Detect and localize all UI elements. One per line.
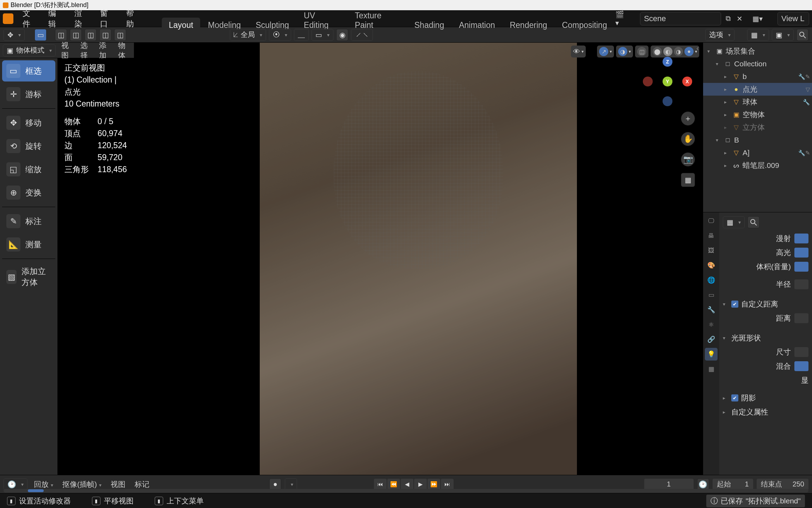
- outliner-item-b[interactable]: ▸▽b🔧✎: [703, 70, 812, 83]
- ptab-constraint[interactable]: 🔗: [705, 333, 718, 346]
- outliner-item-A][interactable]: ▸▽A]🔧✎: [703, 146, 812, 159]
- menu-edit[interactable]: 编辑: [43, 7, 69, 31]
- autokey-mode[interactable]: [285, 478, 297, 490]
- autokey-toggle[interactable]: ●: [269, 478, 281, 490]
- distance-value[interactable]: [794, 313, 808, 323]
- snap-dropdown[interactable]: ▭: [312, 29, 333, 41]
- select-mode-tweak[interactable]: ▭: [35, 29, 47, 41]
- select-mode-box[interactable]: ◫: [55, 29, 67, 41]
- vp-menu-add[interactable]: 添加: [96, 40, 112, 61]
- outliner-item-立方体[interactable]: ▸▽立方体: [703, 121, 812, 134]
- workspace-tab-layout[interactable]: Layout: [162, 18, 200, 33]
- menu-render[interactable]: 渲染: [69, 7, 95, 31]
- options-dropdown[interactable]: 选项: [705, 29, 734, 41]
- prop-edit-toggle[interactable]: ◉: [336, 29, 348, 41]
- gizmo-toggle[interactable]: ↗▾: [597, 46, 614, 58]
- blend-value[interactable]: [794, 361, 808, 371]
- outliner-item-蜡笔层.009[interactable]: ▸ᔕ蜡笔层.009: [703, 159, 812, 172]
- gizmo-neg-x[interactable]: [643, 77, 653, 86]
- viewlayer-field[interactable]: View L: [777, 12, 809, 25]
- outliner-item-B[interactable]: ▾□B: [703, 134, 812, 146]
- workspace-tab-compositing[interactable]: Compositing: [555, 18, 614, 33]
- tool-scale[interactable]: ◱缩放: [2, 159, 55, 180]
- ptab-data-light[interactable]: 💡: [705, 348, 718, 361]
- menu-help[interactable]: 帮助: [121, 7, 147, 31]
- volume-value[interactable]: [794, 262, 808, 272]
- mode-selector[interactable]: ▣ 物体模式: [3, 44, 56, 56]
- vp-menu-view[interactable]: 视图: [58, 40, 75, 61]
- prop-edit-curve[interactable]: ⟋⟍: [351, 29, 373, 41]
- zoom-icon[interactable]: ＋: [681, 111, 695, 126]
- blender-logo[interactable]: [3, 13, 13, 24]
- tool-add-cube[interactable]: ▧添加立方体: [2, 262, 55, 291]
- xray-toggle[interactable]: ◫: [635, 46, 648, 58]
- start-frame[interactable]: 起始1: [713, 479, 753, 490]
- editor-type-dropdown[interactable]: ▦: [747, 29, 769, 41]
- tool-rotate[interactable]: ⟲旋转: [2, 135, 55, 157]
- outliner-search[interactable]: [796, 29, 808, 41]
- select-mode-sub[interactable]: ◫: [85, 29, 97, 41]
- object-visibility-dropdown[interactable]: 👁▾: [571, 46, 586, 58]
- pivot-dropdown[interactable]: ⦿: [269, 29, 291, 41]
- new-scene-icon[interactable]: ⧉: [723, 14, 733, 24]
- ptab-modifier[interactable]: 🔧: [705, 303, 718, 316]
- timeline-panel[interactable]: 🕑 回放 抠像(插帧) 视图 标记 ● ⏮ ⏪ ◀ ▶ ⏩ ⏭ 1 🕑 起始1 …: [0, 475, 812, 493]
- radius-value[interactable]: [794, 279, 808, 289]
- outliner-panel[interactable]: ▾ ▣ 场景集合 ▾□Collection▸▽b🔧✎▸●点光▽▸▽球体🔧▸▣空物…: [703, 43, 812, 212]
- menu-file[interactable]: 文件: [18, 7, 43, 31]
- gizmo-y-axis[interactable]: Y: [663, 77, 672, 86]
- gizmo-x-axis[interactable]: X: [682, 77, 692, 86]
- size-value[interactable]: [794, 347, 808, 357]
- tool-box-select[interactable]: ▭框选: [2, 60, 55, 81]
- ptab-output[interactable]: 🖶: [705, 229, 718, 242]
- keyframe-next[interactable]: ⏩: [427, 479, 440, 490]
- keyframe-prev[interactable]: ⏪: [387, 479, 400, 490]
- select-mode-intersect[interactable]: ◫: [114, 29, 126, 41]
- ptab-render[interactable]: 🖵: [705, 214, 718, 227]
- diffuse-value[interactable]: [794, 234, 808, 243]
- display-mode-dropdown[interactable]: ▣: [772, 29, 794, 41]
- timeline-editor-type[interactable]: 🕑: [4, 478, 27, 490]
- viewlayer-browser-icon[interactable]: ▦▾: [753, 14, 763, 24]
- sect-custom-dist[interactable]: ▾✔自定义距离: [723, 297, 808, 311]
- select-mode-diff[interactable]: ◫: [99, 29, 111, 41]
- workspace-tab-shading[interactable]: Shading: [407, 18, 451, 33]
- vp-menu-select[interactable]: 选择: [77, 40, 94, 61]
- n-panel-toggle[interactable]: ‹: [696, 44, 701, 55]
- sect-shadow[interactable]: ▸✔阴影: [723, 391, 808, 405]
- snap-toggle[interactable]: ⸏: [294, 29, 309, 41]
- workspace-tab-animation[interactable]: Animation: [452, 18, 502, 33]
- nav-gizmo[interactable]: Z X Y: [646, 60, 689, 103]
- ptab-world[interactable]: 🌐: [705, 274, 718, 286]
- play-forward[interactable]: ▶: [414, 479, 427, 490]
- outliner-item-点光[interactable]: ▸●点光▽: [703, 83, 812, 96]
- play-reverse[interactable]: ◀: [401, 479, 413, 490]
- timeline-scrollbar[interactable]: [4, 489, 808, 492]
- delete-scene-icon[interactable]: ✕: [734, 14, 744, 24]
- timeline-playback[interactable]: 回放: [31, 479, 56, 490]
- vp-menu-object[interactable]: 物体: [115, 40, 131, 61]
- tool-measure[interactable]: 📐测量: [2, 234, 55, 255]
- scene-browser-icon[interactable]: 🎬▾: [615, 14, 625, 24]
- menu-window[interactable]: 窗口: [95, 7, 121, 31]
- camera-icon[interactable]: 📷: [681, 152, 695, 167]
- timeline-keying[interactable]: 抠像(插帧): [60, 479, 104, 490]
- frame-range-lock[interactable]: 🕑: [697, 478, 709, 490]
- end-frame[interactable]: 结束点250: [757, 479, 808, 490]
- specular-value[interactable]: [794, 248, 808, 258]
- workspace-tab-rendering[interactable]: Rendering: [503, 18, 554, 33]
- pan-icon[interactable]: ✋: [681, 132, 695, 146]
- jump-end[interactable]: ⏭: [441, 479, 454, 490]
- outliner-item-球体[interactable]: ▸▽球体🔧: [703, 96, 812, 108]
- jump-start[interactable]: ⏮: [374, 479, 387, 490]
- 3d-viewport[interactable]: 👁▾ ↗▾ ◑▾ ◫ ⬤◐◑●▾ Z X Y ＋ ✋ 📷 ▦ ‹: [134, 43, 703, 475]
- select-mode-add[interactable]: ◫: [70, 29, 82, 41]
- outliner-item-Collection[interactable]: ▾□Collection: [703, 58, 812, 70]
- tool-move[interactable]: ✥移动: [2, 112, 55, 133]
- timeline-view[interactable]: 视图: [108, 479, 128, 490]
- sect-spot[interactable]: ▾光斑形状: [723, 331, 808, 345]
- sect-custom-props[interactable]: ▸自定义属性: [723, 405, 808, 419]
- scene-name-field[interactable]: Scene: [640, 12, 721, 25]
- shading-modes[interactable]: ⬤◐◑●▾: [651, 46, 699, 58]
- active-tool-dropdown[interactable]: ✥: [4, 29, 25, 41]
